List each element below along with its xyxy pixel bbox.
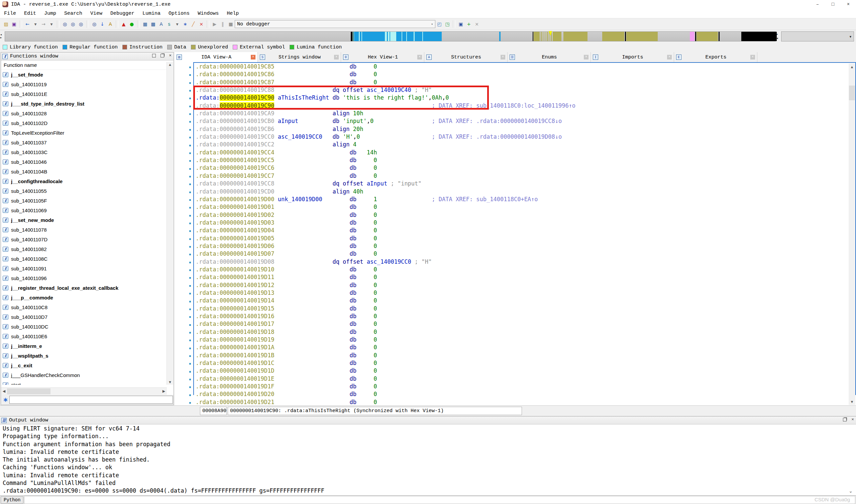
scroll-down-icon[interactable]: ▼ — [849, 400, 855, 404]
start-process-icon[interactable]: ▶ — [211, 20, 218, 28]
function-list-item[interactable]: fsub_1400110D7 — [1, 312, 166, 322]
listing-line[interactable]: .rdata:0000000140019CC8 dq offset aInput… — [194, 180, 836, 187]
tab-close-icon[interactable]: × — [584, 55, 588, 59]
listing-line[interactable]: .rdata:0000000140019D00 unk_140019D00 db… — [194, 196, 836, 203]
listing-line[interactable]: .rdata:0000000140019D1C db 0 — [194, 359, 836, 367]
function-list-item[interactable]: fTopLevelExceptionFilter — [1, 128, 166, 138]
listing-line[interactable]: .rdata:0000000140019D16 db 0 — [194, 312, 836, 320]
function-list-item[interactable]: fsub_140011037 — [1, 138, 166, 147]
pause-process-icon[interactable]: ‖ — [219, 20, 226, 28]
output-window-titlebar[interactable]: ☰ Output window × — [0, 416, 856, 425]
scroll-up-icon[interactable]: ▲ — [849, 65, 855, 69]
tab-close-icon[interactable]: × — [251, 55, 255, 59]
function-list-item[interactable]: fsub_14001107D — [1, 235, 166, 244]
remote-debug-icon[interactable]: ▣ — [457, 20, 464, 28]
function-name-column-header[interactable]: Function name — [1, 60, 174, 70]
search-hash-icon[interactable]: ◎ — [61, 20, 69, 28]
function-list-item[interactable]: fj__c_exit — [1, 361, 166, 370]
save-icon[interactable]: ▣ — [11, 20, 18, 28]
tab-exports[interactable]: EExports× — [674, 52, 757, 62]
create-string-icon[interactable]: s — [165, 20, 173, 28]
tab-close-icon[interactable]: × — [417, 55, 422, 59]
python-cli-input[interactable] — [24, 496, 855, 504]
forward-dropdown-icon[interactable]: ▾ — [48, 20, 55, 28]
function-list-item[interactable]: fsub_1400110E6 — [1, 331, 166, 341]
listing-line[interactable]: .rdata:0000000140019C88 dq offset asc_14… — [194, 86, 836, 94]
function-list-item[interactable]: fsub_140011091 — [1, 264, 166, 273]
listing-line[interactable]: .rdata:0000000140019CB0 aInput db 'input… — [194, 117, 836, 125]
listing-line[interactable]: .rdata:0000000140019CC2 align 4 — [194, 141, 836, 148]
listing-line[interactable]: .rdata:0000000140019C85 db 0 — [194, 63, 836, 71]
maximize-button[interactable]: □ — [825, 0, 841, 9]
listing-line[interactable]: .rdata:0000000140019CC0 asc_140019CC0 db… — [194, 133, 836, 141]
listing-line[interactable]: .rdata:0000000140019D06 db 0 — [194, 242, 836, 250]
menu-item-lumina[interactable]: Lumina — [139, 10, 164, 18]
function-list-item[interactable]: fj__configthreadlocale — [1, 177, 166, 186]
menu-item-search[interactable]: Search — [60, 10, 86, 18]
tab-close-icon[interactable]: × — [334, 55, 339, 59]
function-list-item[interactable]: fsub_14001105F — [1, 196, 166, 205]
listing-line[interactable]: .rdata:0000000140019D05 db 0 — [194, 235, 836, 242]
navband-zoom-select[interactable]: ▼ — [781, 32, 854, 41]
function-list-item[interactable]: fsub_1400110C8 — [1, 303, 166, 312]
tab-close-icon[interactable]: × — [667, 55, 672, 59]
tab-ida-view-a[interactable]: ▤IDA View-A× — [175, 52, 258, 62]
listing-line[interactable]: .rdata:0000000140019D10 db 0 — [194, 266, 836, 273]
listing-line[interactable]: .rdata:0000000140019D03 db 0 — [194, 219, 836, 227]
pane-float-icon[interactable] — [160, 54, 164, 57]
tab-structures[interactable]: AStructures× — [424, 52, 507, 62]
listing-line[interactable]: .rdata:0000000140019D04 db 0 — [194, 227, 836, 234]
navband-scroll-arrows[interactable]: ◂▸ — [0, 30, 4, 42]
function-list-item[interactable]: fj__register_thread_local_exe_atexit_cal… — [1, 283, 166, 293]
function-list-item[interactable]: fj__set_fmode — [1, 70, 166, 79]
tab-hex-view-1[interactable]: 0Hex View-1× — [341, 52, 424, 62]
scroll-right-icon[interactable]: ▶ — [161, 389, 166, 393]
detach-window-icon[interactable]: ◳ — [444, 20, 451, 28]
run-analysis-icon[interactable]: ● — [128, 20, 136, 28]
menu-item-jump[interactable]: Jump — [40, 10, 60, 18]
minimize-button[interactable]: – — [810, 0, 825, 9]
listing-line[interactable]: .rdata:0000000140019D21 db 0 — [194, 398, 836, 405]
open-file-icon[interactable]: ▨ — [2, 20, 10, 28]
listing-line[interactable]: .rdata:0000000140019D15 db 0 — [194, 305, 836, 312]
function-list-item[interactable]: fsub_140011046 — [1, 157, 166, 167]
navigation-band[interactable] — [5, 32, 776, 41]
menu-item-debugger[interactable]: Debugger — [106, 10, 139, 18]
function-list-item[interactable]: fj__set_new_mode — [1, 215, 166, 225]
function-list-item[interactable]: fj___GSHandlerCheckCommon — [1, 370, 166, 380]
scroll-down-icon[interactable]: ▼ — [167, 380, 173, 384]
function-list-item[interactable]: fj___p__commode — [1, 293, 166, 303]
function-list-item[interactable]: fsub_140011078 — [1, 225, 166, 235]
listing-line[interactable]: .rdata:0000000140019CB6 align 20h — [194, 125, 836, 133]
tab-imports[interactable]: IImports× — [591, 52, 674, 62]
listing-line[interactable]: .rdata:0000000140019CC7 db 0 — [194, 172, 836, 180]
listing-line[interactable]: .rdata:0000000140019C90 ; DATA XREF: sub… — [194, 102, 836, 110]
scrollbar-thumb[interactable] — [7, 389, 51, 394]
functions-window-titlebar[interactable]: f Functions window × — [1, 53, 174, 60]
listing-line[interactable]: .rdata:0000000140019D11 db 0 — [194, 273, 836, 281]
listing-line[interactable]: .rdata:0000000140019D07 db 0 — [194, 250, 836, 258]
listing-line[interactable]: .rdata:0000000140019D08 dq offset asc_14… — [194, 258, 836, 266]
attach-window-icon[interactable]: ◰ — [436, 20, 443, 28]
listing-line[interactable]: .rdata:0000000140019C90 aThisIsTheRight … — [194, 94, 836, 102]
pane-close-icon[interactable]: × — [851, 418, 854, 421]
stop-process-icon[interactable]: ■ — [227, 20, 234, 28]
function-list-item[interactable]: fsub_14001102D — [1, 118, 166, 128]
function-list-item[interactable]: fsub_140011082 — [1, 244, 166, 254]
create-code-icon[interactable]: ▦ — [141, 20, 149, 28]
menu-item-edit[interactable]: Edit — [20, 10, 40, 18]
listing-line[interactable]: .rdata:0000000140019D20 db 0 — [194, 390, 836, 398]
scrollbar-thumb[interactable] — [849, 86, 855, 100]
listing-line[interactable]: .rdata:0000000140019C86 db 0 — [194, 71, 836, 78]
search-again-icon[interactable]: ◎ — [91, 20, 98, 28]
function-list-item[interactable]: fsub_14001103C — [1, 147, 166, 157]
create-data-icon[interactable]: ▩ — [149, 20, 157, 28]
chevron-down-icon[interactable]: ⌄ — [849, 488, 853, 493]
scroll-left-icon[interactable]: ◀ — [2, 389, 6, 393]
listing-line[interactable]: .rdata:0000000140019D12 db 0 — [194, 282, 836, 289]
function-list-item[interactable]: fsub_14001108C — [1, 254, 166, 264]
connect-icon[interactable]: + — [465, 20, 472, 28]
listing-line[interactable]: .rdata:0000000140019D1E db 0 — [194, 375, 836, 383]
create-name-icon[interactable]: A — [158, 20, 165, 28]
functions-vertical-scrollbar[interactable]: ▲ ▼ — [166, 62, 173, 385]
